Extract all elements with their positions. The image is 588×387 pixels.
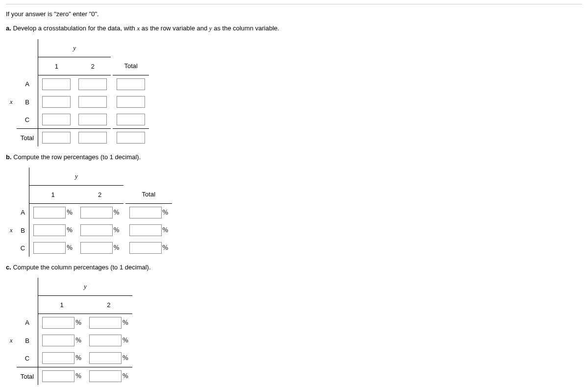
rowB-label-b: B <box>17 221 29 239</box>
input-b-C2[interactable] <box>80 242 113 254</box>
input-a-C2[interactable] <box>78 114 107 125</box>
part-a-label: a. <box>6 24 11 32</box>
input-a-T2[interactable] <box>78 132 107 144</box>
input-a-Ttot[interactable] <box>117 132 145 144</box>
crosstab-b: y 1 2 Total A % % % x B % % % C % % % <box>6 168 172 257</box>
part-c-prompt: c. Compute the column percentages (to 1 … <box>6 264 582 271</box>
x-header-c: x <box>6 332 17 349</box>
part-c-label: c. <box>6 264 11 271</box>
rowA-label-c: A <box>17 314 38 332</box>
y-header-a: y <box>38 39 112 57</box>
y-header-c: y <box>38 278 132 296</box>
rowB-label-a: B <box>17 93 38 111</box>
rowTotal-label-a: Total <box>17 129 38 147</box>
input-a-B1[interactable] <box>42 96 71 108</box>
input-c-C2[interactable] <box>89 352 122 364</box>
total-col-header-b: Total <box>124 186 172 204</box>
x-header-b: x <box>6 221 17 239</box>
input-a-C1[interactable] <box>42 114 71 125</box>
total-col-header-a: Total <box>112 57 149 75</box>
input-b-Atot[interactable] <box>129 207 162 218</box>
col1-header-b: 1 <box>29 186 76 204</box>
y-header-b: y <box>29 168 124 186</box>
input-b-Btot[interactable] <box>129 224 162 236</box>
input-a-A1[interactable] <box>42 78 71 90</box>
rowC-label-a: C <box>17 111 38 129</box>
input-c-B2[interactable] <box>89 335 122 346</box>
input-a-T1[interactable] <box>42 132 71 144</box>
part-b-label: b. <box>6 153 12 161</box>
input-a-Atot[interactable] <box>117 78 145 90</box>
input-c-C1[interactable] <box>42 352 74 364</box>
col2-header-a: 2 <box>74 57 112 75</box>
input-c-T1[interactable] <box>42 370 74 382</box>
rowB-label-c: B <box>17 332 38 349</box>
input-a-A2[interactable] <box>78 78 107 90</box>
input-a-Ctot[interactable] <box>117 114 145 125</box>
rowTotal-label-c: Total <box>17 367 38 386</box>
input-a-Btot[interactable] <box>117 96 145 108</box>
col2-header-b: 2 <box>76 186 124 204</box>
input-b-B2[interactable] <box>80 224 113 236</box>
input-c-A2[interactable] <box>89 317 122 329</box>
part-a-prompt: a. Develop a crosstabulation for the dat… <box>6 24 582 32</box>
input-a-B2[interactable] <box>78 96 107 108</box>
input-b-Ctot[interactable] <box>129 242 162 254</box>
col1-header-c: 1 <box>38 296 85 314</box>
col1-header-a: 1 <box>38 57 75 75</box>
crosstab-a: y 1 2 Total A x B C Total <box>6 39 149 146</box>
input-c-T2[interactable] <box>89 370 122 382</box>
rowA-label-a: A <box>17 75 38 94</box>
input-b-C1[interactable] <box>33 242 66 254</box>
instruction-line: If your answer is "zero" enter "0". <box>6 10 582 18</box>
input-b-A2[interactable] <box>80 207 113 218</box>
input-c-B1[interactable] <box>42 335 74 346</box>
rowC-label-c: C <box>17 349 38 367</box>
x-header-a: x <box>6 93 17 111</box>
input-b-A1[interactable] <box>33 207 66 218</box>
input-c-A1[interactable] <box>42 317 74 329</box>
part-b-prompt: b. Compute the row percentages (to 1 dec… <box>6 153 582 161</box>
col2-header-c: 2 <box>85 296 132 314</box>
rowC-label-b: C <box>17 239 29 257</box>
rowA-label-b: A <box>17 204 29 222</box>
crosstab-c: y 1 2 A % % x B % % C % % Total % % <box>6 278 132 385</box>
input-b-B1[interactable] <box>33 224 66 236</box>
